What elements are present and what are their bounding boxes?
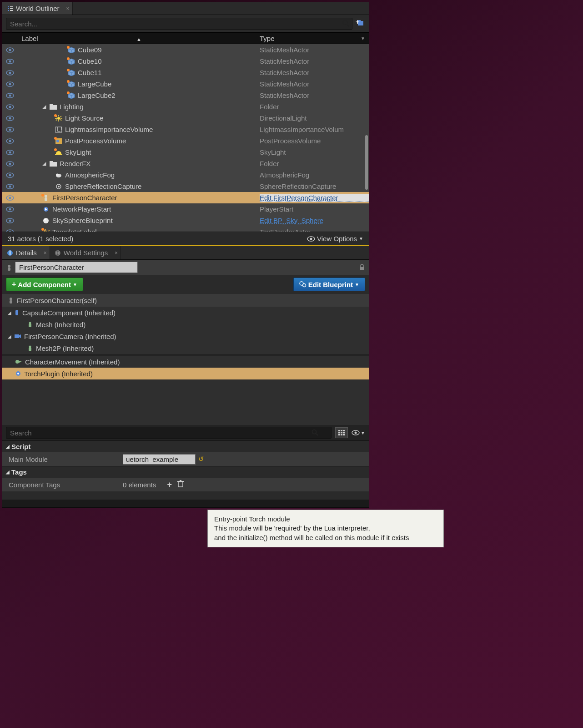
visibility-eye-icon[interactable] bbox=[2, 81, 18, 87]
close-icon[interactable]: × bbox=[115, 250, 118, 256]
expand-arrow-icon[interactable]: ◢ bbox=[42, 104, 47, 110]
visibility-eye-icon[interactable] bbox=[2, 161, 18, 167]
header-menu-icon[interactable]: ▼ bbox=[361, 36, 369, 41]
eye-visibility-button[interactable]: ▼ bbox=[352, 430, 365, 435]
visibility-eye-icon[interactable] bbox=[2, 218, 18, 223]
outliner-row[interactable]: SphereReflectionCaptureSphereReflectionC… bbox=[2, 181, 369, 192]
category-tags[interactable]: ◢ Tags bbox=[2, 466, 369, 478]
chevron-down-icon: ▼ bbox=[355, 282, 359, 287]
component-row[interactable]: TorchPlugin (Inherited) bbox=[2, 368, 369, 379]
visibility-eye-icon[interactable] bbox=[2, 138, 18, 144]
visibility-eye-icon[interactable] bbox=[2, 172, 18, 178]
eye-icon bbox=[307, 236, 315, 242]
search-icon[interactable] bbox=[342, 20, 350, 27]
main-module-field[interactable] bbox=[123, 454, 196, 465]
details-search-row: ▼ bbox=[2, 425, 369, 440]
row-label: LightmassImportanceVolume bbox=[65, 126, 153, 133]
visibility-eye-icon[interactable] bbox=[2, 207, 18, 212]
plus-icon: + bbox=[12, 280, 16, 288]
component-row[interactable]: FirstPersonCharacter(self) bbox=[2, 294, 369, 307]
component-button-row: + Add Component ▼ Edit Blueprint ▼ bbox=[2, 275, 369, 294]
outliner-row[interactable]: ◢RenderFXFolder bbox=[2, 158, 369, 169]
add-folder-icon[interactable]: + bbox=[355, 19, 365, 29]
scrollbar-thumb[interactable] bbox=[365, 135, 368, 190]
component-row[interactable]: Mesh (Inherited) bbox=[2, 318, 369, 330]
row-type: PlayerStart bbox=[260, 205, 369, 213]
outliner-row[interactable]: LargeCubeStaticMeshActor bbox=[2, 78, 369, 90]
gears-icon bbox=[299, 281, 307, 288]
tab-world-outliner[interactable]: World Outliner × bbox=[2, 2, 73, 15]
header-type[interactable]: Type bbox=[260, 35, 361, 42]
reset-to-default-icon[interactable]: ↺ bbox=[198, 455, 204, 463]
visibility-eye-icon[interactable] bbox=[2, 229, 18, 232]
svg-rect-44 bbox=[50, 104, 53, 106]
cube-icon bbox=[68, 81, 75, 87]
outliner-status-bar: 31 actors (1 selected) View Options ▼ bbox=[2, 232, 369, 245]
outliner-row[interactable]: LargeCube2StaticMeshActor bbox=[2, 90, 369, 101]
outliner-row[interactable]: SkySphereBlueprintEdit BP_Sky_Sphere bbox=[2, 215, 369, 226]
edit-blueprint-button[interactable]: Edit Blueprint ▼ bbox=[293, 278, 365, 291]
row-type[interactable]: Edit BP_Sky_Sphere bbox=[260, 217, 369, 224]
visibility-eye-icon[interactable] bbox=[2, 150, 18, 155]
component-row[interactable]: CharacterMovement (Inherited) bbox=[2, 356, 369, 368]
svg-point-81 bbox=[45, 195, 47, 197]
outliner-row[interactable]: AaTemplateLabelTextRenderActor bbox=[2, 226, 369, 232]
outliner-row[interactable]: SkyLightSkyLight bbox=[2, 147, 369, 158]
close-icon[interactable]: × bbox=[44, 250, 47, 256]
row-label-cell: Cube09 bbox=[18, 46, 260, 54]
outliner-row[interactable]: Light SourceDirectionalLight bbox=[2, 112, 369, 124]
outliner-row[interactable]: L!LightmassImportanceVolumeLightmassImpo… bbox=[2, 124, 369, 135]
row-label: SkyLight bbox=[65, 148, 91, 156]
category-script[interactable]: ◢ Script bbox=[2, 440, 369, 452]
outliner-row[interactable]: AtmosphericFogAtmosphericFog bbox=[2, 169, 369, 181]
expand-arrow-icon[interactable]: ◢ bbox=[42, 161, 47, 167]
close-icon[interactable]: × bbox=[66, 5, 70, 12]
visibility-eye-icon[interactable] bbox=[2, 116, 18, 121]
visibility-eye-icon[interactable] bbox=[2, 184, 18, 189]
row-label-cell: NetworkPlayerStart bbox=[18, 205, 260, 213]
header-label[interactable]: Label ▲ bbox=[2, 35, 260, 42]
search-icon[interactable] bbox=[312, 429, 319, 436]
component-row[interactable]: Mesh2P (Inherited) bbox=[2, 342, 369, 354]
row-label-cell: Light Source bbox=[18, 114, 260, 122]
property-matrix-button[interactable] bbox=[335, 427, 348, 438]
expand-arrow-icon: ◢ bbox=[6, 444, 10, 449]
outliner-row[interactable]: NetworkPlayerStartPlayerStart bbox=[2, 203, 369, 215]
tab-world-settings[interactable]: World Settings × bbox=[50, 246, 121, 259]
visibility-eye-icon[interactable] bbox=[2, 47, 18, 53]
outliner-row[interactable]: PostProcessVolumePostProcessVolume bbox=[2, 135, 369, 147]
details-search-input[interactable] bbox=[6, 427, 332, 439]
outliner-row[interactable]: Cube11StaticMeshActor bbox=[2, 67, 369, 78]
visibility-eye-icon[interactable] bbox=[2, 195, 18, 201]
visibility-eye-icon[interactable] bbox=[2, 70, 18, 76]
outliner-row[interactable]: Cube10StaticMeshActor bbox=[2, 56, 369, 67]
component-tree: FirstPersonCharacter(self)◢CapsuleCompon… bbox=[2, 294, 369, 379]
expand-arrow-icon[interactable]: ◢ bbox=[8, 334, 11, 339]
outliner-row[interactable]: ◢LightingFolder bbox=[2, 101, 369, 112]
tab-details[interactable]: i Details × bbox=[2, 246, 50, 259]
details-fill bbox=[2, 491, 369, 500]
row-label: LargeCube bbox=[78, 80, 111, 88]
expand-arrow-icon[interactable]: ◢ bbox=[8, 310, 11, 315]
visibility-eye-icon[interactable] bbox=[2, 59, 18, 64]
view-options-button[interactable]: View Options ▼ bbox=[307, 235, 363, 243]
row-type[interactable]: Edit FirstPersonCharacter bbox=[260, 194, 369, 202]
visibility-eye-icon[interactable] bbox=[2, 104, 18, 110]
outliner-row[interactable]: FirstPersonCharacterEdit FirstPersonChar… bbox=[2, 192, 369, 203]
cube-icon bbox=[68, 58, 75, 65]
component-row[interactable]: ◢FirstPersonCamera (Inherited) bbox=[2, 330, 369, 342]
lock-icon[interactable] bbox=[359, 264, 365, 271]
row-type: SkyLight bbox=[260, 148, 369, 156]
add-component-button[interactable]: + Add Component ▼ bbox=[6, 278, 83, 291]
row-label-cell: LargeCube bbox=[18, 80, 260, 88]
row-type: StaticMeshActor bbox=[260, 57, 369, 65]
visibility-eye-icon[interactable] bbox=[2, 93, 18, 98]
outliner-row[interactable]: Cube09StaticMeshActor bbox=[2, 44, 369, 56]
actor-label-input[interactable] bbox=[15, 262, 138, 273]
visibility-eye-icon[interactable] bbox=[2, 127, 18, 132]
add-element-icon[interactable]: + bbox=[167, 480, 172, 490]
trash-icon[interactable] bbox=[177, 480, 184, 490]
svg-point-76 bbox=[9, 185, 11, 187]
component-row[interactable]: ◢CapsuleComponent (Inherited) bbox=[2, 307, 369, 318]
search-input[interactable] bbox=[6, 18, 352, 30]
